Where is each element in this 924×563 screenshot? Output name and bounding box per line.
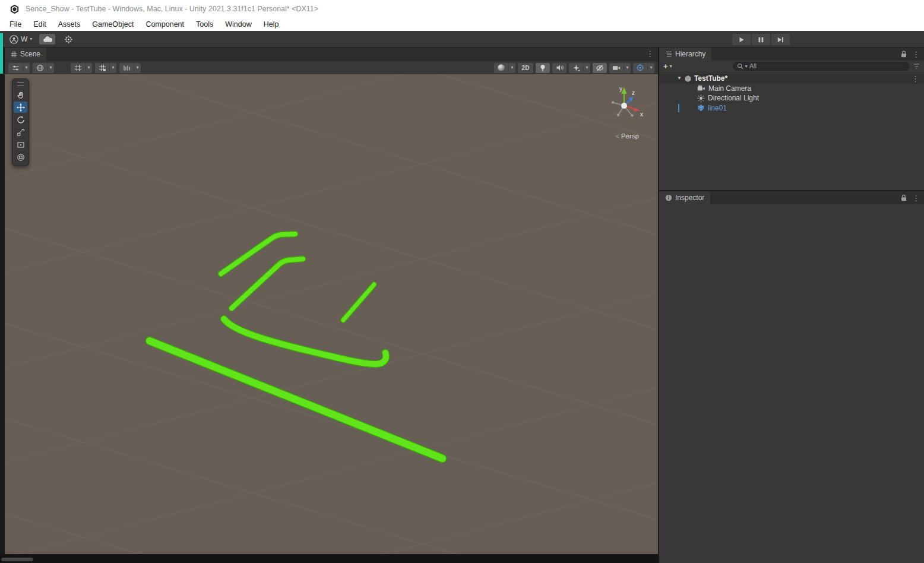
tab-scene[interactable]: Scene [5, 48, 46, 61]
palette-drag-handle[interactable] [17, 82, 24, 86]
hierarchy-list-icon [665, 51, 672, 57]
chevron-down-icon: ▾ [87, 65, 90, 70]
scene-grid-icon [11, 51, 17, 58]
shading-mode-dropdown[interactable]: ▾ [494, 63, 515, 73]
chevron-down-icon: ▾ [25, 65, 27, 70]
tab-hierarchy[interactable]: Hierarchy [659, 48, 711, 61]
grid-snap-dropdown[interactable]: ▾ [71, 63, 92, 73]
chevron-down-icon: ▾ [670, 64, 672, 69]
tube-4 [224, 319, 386, 364]
hierarchy-panel: Hierarchy ⋮ + ▾ ▾ All [659, 48, 924, 190]
tool-settings-icon [12, 64, 20, 72]
gizmo-icon [636, 64, 644, 72]
scene-toolbar-right: ▾ 2D ▾ ▾ [494, 63, 654, 73]
account-icon [10, 35, 18, 44]
tool-settings-dropdown[interactable]: ▾ [8, 63, 30, 73]
axis-label-x: x [640, 111, 643, 118]
orientation-gizmo[interactable]: y z x [603, 83, 645, 126]
menu-window[interactable]: Window [219, 20, 257, 29]
chevron-down-icon: ▾ [586, 65, 588, 70]
pause-button[interactable] [752, 34, 770, 45]
scene-row-menu-icon[interactable]: ⋮ [912, 74, 919, 83]
speaker-icon [556, 64, 564, 71]
hierarchy-row-directional-light[interactable]: Directional Light [659, 93, 924, 103]
inspector-menu-icon[interactable]: ⋮ [912, 194, 920, 203]
move-snap-dropdown[interactable]: ▾ [119, 63, 141, 73]
search-text: All [749, 63, 757, 69]
inspector-header: Inspector ⋮ [659, 191, 924, 204]
hierarchy-toolbar: + ▾ ▾ All [659, 61, 924, 72]
scene-visibility-toggle[interactable] [593, 63, 607, 73]
play-button[interactable] [732, 34, 751, 45]
step-button[interactable] [771, 34, 790, 45]
chevron-down-icon: ▾ [650, 65, 652, 70]
rotate-tool[interactable] [14, 114, 27, 125]
selection-indicator [678, 104, 679, 113]
move-tool[interactable] [14, 102, 27, 113]
gizmos-dropdown[interactable]: ▾ [633, 63, 654, 73]
menu-tools[interactable]: Tools [190, 20, 219, 29]
horizontal-scrollbar[interactable] [1, 558, 33, 561]
scene-audio-toggle[interactable] [552, 63, 567, 73]
scene-viewport[interactable]: y z x <Persp [5, 74, 658, 554]
axis-label-z: z [632, 90, 635, 96]
inspector-body [659, 204, 924, 563]
increment-snap-icon [99, 64, 106, 72]
lock-icon[interactable] [901, 194, 907, 201]
transform-icon [17, 153, 25, 162]
scene-toolbar: ▾ ▾ ▾ ▾ ▾ ▾ [5, 61, 658, 74]
menu-edit[interactable]: Edit [27, 20, 52, 29]
hierarchy-row-scene[interactable]: ▼ TestTube* ⋮ [659, 74, 924, 84]
search-options-icon[interactable] [913, 63, 920, 69]
grid-snap-icon [74, 64, 82, 72]
menu-component[interactable]: Component [140, 20, 190, 29]
light-object-icon [697, 94, 705, 102]
scene-lighting-toggle[interactable] [536, 63, 550, 73]
tool-handle-rotation-dropdown[interactable]: ▾ [33, 63, 54, 73]
prefab-mesh-icon [697, 104, 705, 112]
unity-scene-icon [684, 75, 692, 83]
scene-bottom-bar [0, 554, 658, 563]
menu-help[interactable]: Help [258, 20, 285, 29]
inspector-panel: Inspector ⋮ [659, 191, 924, 563]
account-label: W [21, 35, 27, 43]
hierarchy-header: Hierarchy ⋮ [659, 48, 924, 61]
effects-dropdown[interactable]: ▾ [569, 63, 590, 73]
object-label: Main Camera [708, 84, 751, 93]
increment-snap-dropdown[interactable]: ▾ [95, 63, 116, 73]
unity-logo-icon [10, 4, 20, 14]
hierarchy-row-line01[interactable]: line01 [659, 103, 924, 113]
scale-tool[interactable] [14, 126, 27, 138]
hierarchy-row-main-camera[interactable]: Main Camera [659, 84, 924, 94]
object-label: Directional Light [708, 94, 759, 102]
info-icon [665, 194, 672, 201]
persp-arrow: < [615, 132, 619, 140]
hierarchy-search-input[interactable]: ▾ All [733, 62, 910, 71]
rect-tool[interactable] [14, 139, 27, 150]
settings-button[interactable] [62, 34, 74, 45]
projection-label[interactable]: <Persp [615, 132, 639, 140]
menu-file[interactable]: File [4, 20, 27, 29]
hierarchy-menu-icon[interactable]: ⋮ [912, 50, 920, 59]
transform-tool[interactable] [14, 151, 27, 163]
object-label: line01 [708, 104, 727, 112]
tab-inspector[interactable]: Inspector [659, 191, 710, 204]
pause-icon [758, 37, 764, 43]
cloud-services-button[interactable] [39, 34, 55, 45]
hand-icon [17, 91, 25, 99]
lock-icon[interactable] [901, 50, 907, 58]
toggle-2d-button[interactable]: 2D [518, 63, 533, 73]
plus-icon: + [663, 62, 668, 71]
search-icon [737, 63, 743, 69]
gizmo-center-ball[interactable] [621, 103, 627, 109]
scene-panel-menu-icon[interactable]: ⋮ [646, 49, 654, 58]
menu-assets[interactable]: Assets [52, 20, 87, 29]
foldout-icon[interactable]: ▼ [677, 76, 682, 81]
add-object-button[interactable]: + ▾ [663, 62, 672, 71]
menu-gameobject[interactable]: GameObject [86, 20, 140, 29]
view-hand-tool[interactable] [14, 89, 27, 100]
play-mode-controls [732, 34, 790, 45]
window-title: Sence_Show - TestTube - Windows, Mac, Li… [26, 5, 318, 13]
camera-settings-dropdown[interactable]: ▾ [609, 63, 631, 73]
account-dropdown[interactable]: W ▾ [10, 35, 32, 44]
